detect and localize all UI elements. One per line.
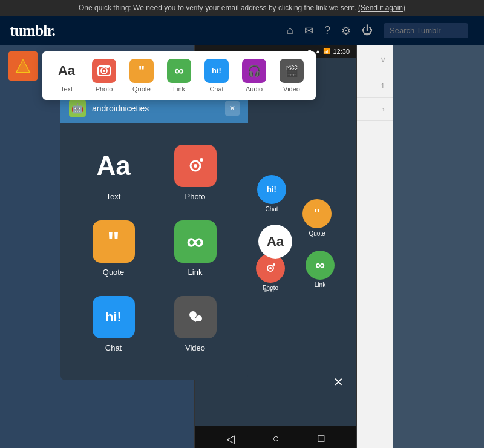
svg-point-3: [103, 70, 105, 72]
android-chat-label: Chat: [105, 343, 122, 352]
toolbar-link-label: Link: [173, 85, 185, 93]
android-link-label: Link: [188, 268, 203, 277]
notification-bar: One quick thing: We need you to verify y…: [0, 0, 484, 16]
help-icon[interactable]: ?: [324, 24, 330, 37]
android-video-icon: [174, 296, 217, 338]
phone-recents-button[interactable]: □: [318, 432, 324, 445]
android-link-icon: ∞: [174, 220, 217, 263]
blog-avatar: [8, 51, 38, 81]
svg-point-8: [200, 158, 203, 162]
toolbar-quote-label: Quote: [132, 85, 151, 93]
android-modal-title: androidniceties: [92, 104, 219, 113]
toolbar-audio-label: Audio: [246, 85, 263, 93]
radial-chat-label: Chat: [265, 206, 278, 212]
radial-quote-label: Quote: [309, 230, 325, 237]
chat-icon: hi!: [204, 59, 229, 83]
android-item-link[interactable]: ∞ Link: [154, 211, 236, 286]
radial-item-photo[interactable]: Photo: [256, 254, 285, 291]
sidebar-posts-count: 1: [381, 82, 385, 90]
notification-text: One quick thing: We need you to verify y…: [79, 4, 356, 12]
radial-chat-icon: hi!: [257, 175, 286, 204]
radial-quote-icon: ": [302, 199, 332, 228]
phone-nav-bar: ◁ ○ □: [195, 426, 356, 448]
gear-icon[interactable]: ⚙: [341, 24, 351, 38]
android-item-text[interactable]: Aa Text: [73, 135, 154, 211]
radial-item-chat[interactable]: hi! Chat: [257, 175, 286, 212]
post-toolbar: Aa Text Photo " Quote: [42, 51, 316, 100]
search-input[interactable]: [384, 23, 468, 38]
android-modal: 🤖 androidniceties × Aa Text: [60, 94, 248, 380]
toolbar-item-video[interactable]: 🎬 Video: [278, 59, 305, 93]
main-content: Aa Text Photo " Quote: [0, 45, 484, 448]
android-close-button[interactable]: ×: [225, 101, 240, 116]
audio-icon: 🎧: [242, 59, 266, 83]
home-icon[interactable]: ⌂: [287, 24, 293, 37]
android-text-icon: Aa: [93, 145, 135, 187]
toolbar-photo-label: Photo: [96, 85, 113, 93]
toolbar-item-link[interactable]: ∞ Link: [166, 59, 192, 93]
android-item-video[interactable]: Video: [154, 286, 236, 362]
toolbar-item-chat[interactable]: hi! Chat: [203, 59, 230, 93]
toolbar-item-audio[interactable]: 🎧 Audio: [241, 59, 267, 93]
toolbar-video-label: Video: [283, 85, 300, 93]
android-chat-icon: hi!: [93, 296, 135, 338]
resend-link[interactable]: (Send it again): [358, 4, 405, 12]
android-quote-icon: ": [93, 220, 135, 263]
radial-photo-icon: [256, 254, 285, 283]
radial-item-quote[interactable]: " Quote: [302, 199, 332, 237]
header: tumblr. ⌂ ✉ ? ⚙ ⏻: [0, 16, 484, 45]
mail-icon[interactable]: ✉: [304, 24, 313, 38]
svg-point-13: [269, 267, 272, 269]
svg-point-14: [273, 263, 275, 266]
android-item-quote[interactable]: " Quote: [73, 211, 154, 286]
quote-icon: ": [129, 59, 154, 83]
radial-link-label: Link: [315, 282, 325, 288]
android-icon: 🤖: [69, 100, 86, 117]
toolbar-item-photo[interactable]: Photo: [91, 59, 117, 93]
sidebar-chevron-icon: ∨: [380, 54, 386, 64]
video-icon: 🎬: [280, 59, 304, 83]
sidebar-customize-arrow: ›: [382, 105, 385, 114]
radial-center-label: Aa: [267, 234, 284, 249]
android-text-label: Text: [106, 192, 121, 201]
power-icon[interactable]: ⏻: [362, 24, 373, 37]
radial-photo-label: Photo: [263, 285, 278, 291]
radial-center-text[interactable]: Aa: [258, 225, 292, 259]
phone-time: 12:30: [333, 48, 350, 55]
phone-home-button[interactable]: ○: [273, 432, 280, 445]
svg-point-7: [194, 164, 197, 168]
android-video-label: Video: [185, 343, 205, 352]
android-photo-label: Photo: [185, 192, 206, 201]
android-item-chat[interactable]: hi! Chat: [73, 286, 154, 362]
toolbar-chat-label: Chat: [209, 85, 223, 93]
toolbar-text-label: Text: [60, 85, 73, 93]
logo[interactable]: tumblr.: [10, 22, 55, 40]
android-photo-icon: [174, 145, 217, 187]
radial-item-link[interactable]: ∞ Link: [306, 251, 335, 288]
toolbar-item-quote[interactable]: " Quote: [128, 59, 155, 93]
phone-close-button[interactable]: ✕: [333, 375, 344, 389]
text-icon: Aa: [54, 59, 79, 83]
android-quote-label: Quote: [103, 268, 124, 277]
android-grid: Aa Text Photo ": [60, 123, 248, 368]
android-item-photo[interactable]: Photo: [154, 135, 236, 211]
toolbar-item-text[interactable]: Aa Text: [53, 59, 80, 93]
radial-link-icon: ∞: [306, 251, 335, 280]
svg-point-9: [189, 311, 197, 318]
phone-back-button[interactable]: ◁: [226, 432, 235, 446]
header-icons: ⌂ ✉ ? ⚙ ⏻: [287, 23, 468, 38]
photo-icon: [92, 59, 116, 83]
link-icon: ∞: [167, 59, 191, 83]
